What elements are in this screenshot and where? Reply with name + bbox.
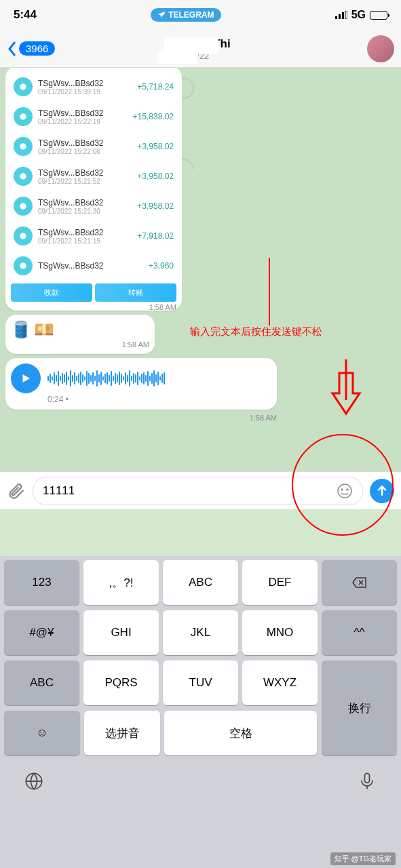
svg-point-17 (341, 489, 343, 490)
key-enter[interactable]: 换行 (322, 660, 397, 755)
annotation-text: 输入完文本后按住发送键不松 (190, 326, 322, 338)
svg-point-10 (20, 173, 26, 179)
voice-message[interactable]: 0:24 • (5, 358, 277, 410)
avatar[interactable] (367, 35, 394, 62)
receive-button[interactable]: 收款 (11, 283, 92, 302)
svg-point-18 (347, 489, 348, 490)
annotation-arrow (326, 359, 366, 420)
tx-icon (14, 137, 33, 156)
keyboard: 123 ,。?! ABC DEF #@¥ GHI JKL MNO ^^ ABC … (0, 556, 401, 868)
key-delete[interactable] (322, 560, 397, 605)
transaction-row[interactable]: TSgWsv...BBsd3209/11/2022 15:21:15+7,918… (11, 221, 176, 251)
transaction-row[interactable]: TSgWsv...BBsd3209/11/2022 15:22:06+3,958… (11, 132, 176, 161)
battery-icon (370, 11, 387, 20)
key-wxyz[interactable]: WXYZ (242, 660, 318, 705)
tx-icon (14, 226, 33, 245)
key-mno[interactable]: MNO (242, 610, 318, 655)
key-abc-mode[interactable]: ABC (4, 660, 79, 705)
key-abc[interactable]: ABC (163, 560, 238, 605)
message-time: 1:58 AM (11, 303, 176, 311)
transaction-row[interactable]: TSgWsv...BBsd3209/11/2022 15:22:19+15,83… (11, 102, 176, 132)
annotation-line (268, 258, 271, 326)
key-ghi[interactable]: GHI (83, 610, 159, 655)
svg-rect-0 (335, 16, 337, 19)
barrel-icon: 🛢️ (11, 320, 31, 339)
waveform[interactable] (47, 366, 271, 391)
key-symbols[interactable]: #@¥ (4, 610, 79, 655)
key-pqrs[interactable]: PQRS (83, 660, 159, 705)
svg-point-9 (20, 143, 26, 149)
unread-badge: 3966 (19, 41, 55, 56)
key-emoji[interactable]: ☺ (4, 711, 80, 755)
key-space[interactable]: 空格 (164, 711, 316, 755)
money-icon: 💴 (34, 320, 54, 339)
signal: 5G (335, 9, 387, 21)
tx-icon (14, 197, 33, 216)
transaction-message[interactable]: TSgWsv...BBsd3209/11/2022 15:39:19+5,718… (5, 68, 182, 311)
back-button[interactable]: 3966 (7, 41, 55, 57)
svg-point-8 (20, 113, 26, 119)
status-bar: 5:44 TELEGRAM 5G (0, 0, 401, 30)
key-punct[interactable]: ,。?! (83, 560, 159, 605)
key-caret[interactable]: ^^ (322, 610, 397, 655)
input-bar (0, 471, 401, 509)
transaction-row[interactable]: TSgWsv...BBsd3209/11/2022 15:21:30+3,958… (11, 191, 176, 221)
svg-rect-20 (365, 773, 370, 783)
svg-rect-3 (345, 11, 347, 19)
tx-icon (14, 256, 33, 275)
transaction-row[interactable]: TSgWsv...BBsd3209/11/2022 15:39:19+5,718… (11, 72, 176, 102)
svg-point-12 (20, 233, 26, 239)
svg-rect-2 (342, 12, 344, 19)
key-tuv[interactable]: TUV (163, 660, 238, 705)
chat-header: 3966 Trần Ái Thi 0/22 (0, 30, 401, 68)
tx-icon (14, 77, 33, 96)
key-def[interactable]: DEF (242, 560, 318, 605)
tx-icon (14, 167, 33, 186)
emoji-message[interactable]: 🛢️ 💴 1:58 AM (5, 315, 155, 354)
svg-point-16 (338, 484, 351, 498)
text-input[interactable] (43, 484, 337, 498)
tx-icon (14, 107, 33, 126)
emoji-icon[interactable] (337, 483, 353, 499)
svg-point-13 (20, 262, 26, 269)
globe-icon[interactable] (24, 772, 43, 791)
key-jkl[interactable]: JKL (163, 610, 238, 655)
svg-point-11 (20, 203, 26, 209)
watermark: 知乎 @TG老玩家 (330, 852, 396, 865)
svg-point-7 (20, 83, 26, 90)
chat-area[interactable]: TSgWsv...BBsd3209/11/2022 15:39:19+5,718… (0, 68, 401, 471)
svg-rect-1 (339, 14, 341, 19)
message-input[interactable] (33, 477, 363, 505)
send-button[interactable] (370, 479, 394, 503)
transaction-row[interactable]: TSgWsv...BBsd3209/11/2022 15:21:52+3,958… (11, 161, 176, 191)
transaction-row[interactable]: TSgWsv...BBsd32+3,960 (11, 251, 176, 281)
voice-duration: 0:24 • (47, 395, 271, 404)
chat-title[interactable]: Trần Ái Thi 0/22 (170, 37, 230, 61)
transfer-button[interactable]: 转账 (95, 283, 176, 302)
mic-icon[interactable] (358, 772, 377, 791)
clock: 5:44 (14, 8, 37, 22)
play-button[interactable] (11, 363, 41, 393)
attach-icon[interactable] (7, 481, 26, 500)
app-pill: TELEGRAM (151, 8, 221, 22)
key-pinyin[interactable]: 选拼音 (84, 711, 160, 755)
key-123[interactable]: 123 (4, 560, 79, 605)
